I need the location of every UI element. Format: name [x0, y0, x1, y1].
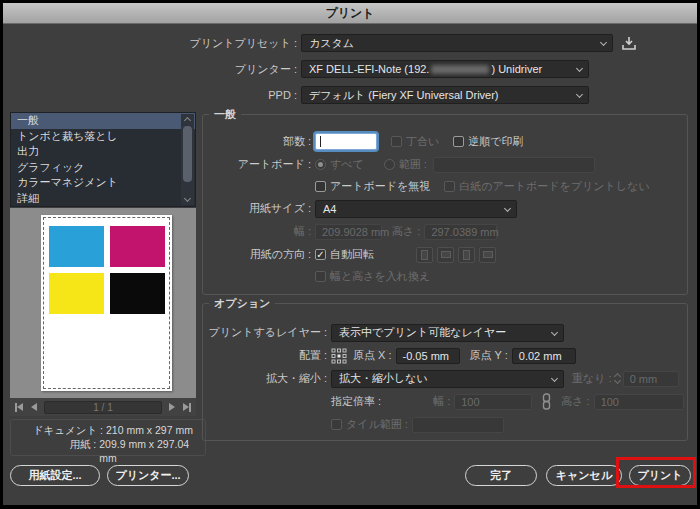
cancel-button[interactable]: キャンセル [546, 465, 622, 486]
done-button[interactable]: 完了 [465, 465, 537, 486]
auto-rotate-checkbox[interactable] [315, 249, 326, 260]
overlap-input[interactable]: 0 mm [623, 371, 679, 387]
print-preview-area[interactable] [10, 208, 196, 398]
yellow-swatch [49, 273, 104, 314]
orientation-landscape-left-icon[interactable] [437, 247, 454, 263]
print-dialog: プリント プリントプリセット : カスタム プリンター : XF DELL-EF… [0, 0, 700, 509]
media-size-label: 用紙サイズ : [203, 201, 311, 216]
custom-scale-width-input[interactable]: 100 [454, 394, 532, 410]
dialog-content: プリント プリントプリセット : カスタム プリンター : XF DELL-EF… [3, 3, 697, 505]
skip-blank-checkbox[interactable] [444, 181, 455, 192]
tile-range-checkbox[interactable] [331, 419, 342, 430]
print-preset-value: カスタム [309, 36, 354, 51]
document-size-label: ドキュメント : [15, 423, 103, 437]
print-button[interactable]: プリント [629, 465, 691, 486]
page-setup-button[interactable]: 用紙設定... [10, 465, 100, 486]
printer-select[interactable]: XF DELL-EFI-Note (192. ) Unidriver [301, 60, 589, 78]
copies-row: 部数 : 丁合い 逆順で印刷 [203, 133, 687, 150]
page-number-field[interactable]: 1 / 1 [44, 401, 162, 414]
copies-label: 部数 : [203, 134, 311, 149]
print-preset-select[interactable]: カスタム [301, 34, 613, 52]
save-preset-icon[interactable] [621, 36, 637, 51]
media-height-input[interactable]: 297.0389 mm [424, 224, 497, 240]
orientation-label: 用紙の方向 : [203, 247, 311, 262]
tile-range-label: タイル範囲 : [346, 417, 408, 432]
ppd-select[interactable]: デフォルト (Fiery XF Universal Driver) [301, 86, 589, 104]
list-scrollbar[interactable] [181, 114, 194, 205]
placement-row: 配置 : 原点 X : -0.05 mm 原点 Y : [203, 347, 687, 364]
orientation-portrait-down-icon[interactable] [458, 247, 475, 263]
chevron-down-icon [551, 328, 558, 335]
artboard-all-radio[interactable] [315, 159, 326, 170]
media-size-select[interactable]: A4 [315, 200, 517, 218]
collate-checkbox[interactable] [391, 136, 402, 147]
transverse-checkbox[interactable] [315, 271, 326, 282]
next-page-icon[interactable] [169, 403, 175, 411]
page-navigator: 1 / 1 [10, 398, 196, 416]
auto-rotate-label: 自動回転 [330, 247, 374, 262]
overlap-stepper[interactable] [612, 371, 623, 386]
options-group-title: オプション [209, 296, 275, 311]
first-page-icon[interactable] [15, 403, 23, 412]
media-size-row: 用紙サイズ : A4 [203, 200, 687, 217]
custom-scale-height-input[interactable]: 100 [594, 394, 684, 410]
media-width-input[interactable]: 209.9028 mm [315, 224, 382, 240]
scroll-up-icon[interactable] [184, 117, 191, 124]
printer-value-prefix: XF DELL-EFI-Note (192. [309, 63, 429, 75]
scroll-down-icon[interactable] [184, 195, 191, 202]
placement-grid-icon[interactable] [331, 348, 347, 364]
section-item-color-management[interactable]: カラーマネジメント [11, 175, 195, 191]
section-item-advanced[interactable]: 詳細 [11, 191, 195, 207]
options-group: オプション プリントするレイヤー : 表示中でプリント可能なレイヤー 配置 : [202, 303, 688, 441]
orientation-portrait-up-icon[interactable] [416, 247, 433, 263]
reverse-order-checkbox[interactable] [453, 136, 464, 147]
link-dimensions-icon[interactable] [540, 393, 553, 410]
cyan-swatch [49, 226, 104, 267]
dialog-titlebar[interactable]: プリント [3, 3, 697, 24]
black-swatch [110, 273, 165, 314]
ignore-artboards-checkbox[interactable] [315, 181, 326, 192]
section-list: 一般 トンボと裁ち落とし 出力 グラフィック カラーマネジメント 詳細 [10, 112, 196, 207]
section-item-graphics[interactable]: グラフィック [11, 160, 195, 176]
printer-button[interactable]: プリンター... [107, 465, 189, 486]
orientation-row: 用紙の方向 : 自動回転 [203, 246, 687, 263]
scaling-select[interactable]: 拡大・縮小しない [331, 370, 564, 388]
document-size-line: ドキュメント : 210 mm x 297 mm [15, 423, 201, 437]
section-item-marks-bleed[interactable]: トンボと裁ち落とし [11, 129, 195, 145]
artboard-range-input[interactable] [433, 157, 595, 173]
text-caret [320, 136, 321, 147]
copies-input[interactable] [315, 133, 377, 150]
origin-x-input[interactable]: -0.05 mm [396, 348, 460, 364]
artboard-all-label: すべて [330, 157, 364, 172]
last-page-icon[interactable] [183, 403, 191, 412]
artboard-label: アートボード : [203, 157, 311, 172]
ignore-artboards-label: アートボードを無視 [330, 179, 430, 194]
artboard-range-label: 範囲 : [399, 157, 427, 172]
ppd-value: デフォルト (Fiery XF Universal Driver) [309, 88, 499, 103]
ppd-label: PPD : [103, 89, 297, 101]
printer-label: プリンター : [103, 62, 297, 77]
preview-page[interactable] [41, 215, 172, 391]
ppd-row: PPD : デフォルト (Fiery XF Universal Driver) [103, 86, 589, 104]
media-width-label: 幅 : [203, 224, 311, 239]
scrollbar-thumb[interactable] [183, 126, 192, 182]
section-item-general[interactable]: 一般 [11, 113, 195, 129]
orientation-landscape-right-icon[interactable] [479, 247, 496, 263]
scaling-label: 拡大・縮小 : [203, 371, 327, 386]
transverse-label: 幅と高さを入れ換え [330, 269, 430, 284]
artboard-range-radio[interactable] [384, 159, 395, 170]
dialog-title: プリント [325, 5, 374, 22]
origin-y-input[interactable]: 0.02 mm [512, 348, 576, 364]
print-layers-value: 表示中でプリント可能なレイヤー [339, 325, 506, 340]
tile-range-input[interactable] [412, 417, 504, 433]
document-size-value: 210 mm x 297 mm [106, 423, 193, 437]
ignore-artboards-row: アートボードを無視 白紙のアートボードをプリントしない [203, 178, 687, 195]
print-preset-label: プリントプリセット : [103, 36, 297, 51]
skip-blank-label: 白紙のアートボードをプリントしない [459, 179, 649, 194]
previous-page-icon[interactable] [31, 403, 37, 411]
section-item-output[interactable]: 出力 [11, 144, 195, 160]
printer-value-suffix: ) Unidriver [491, 63, 542, 75]
chevron-down-icon [551, 374, 558, 381]
magenta-swatch [110, 226, 165, 267]
print-layers-select[interactable]: 表示中でプリント可能なレイヤー [331, 324, 564, 342]
